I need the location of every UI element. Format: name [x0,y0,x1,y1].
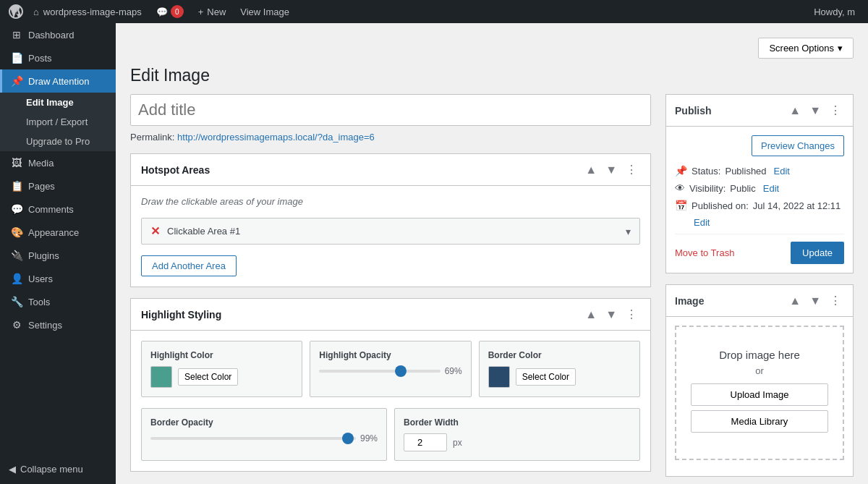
main-column: Permalink: http://wordpressimagemaps.loc… [130,94,651,483]
publish-footer: Move to Trash Update [675,234,844,264]
collapse-menu-btn[interactable]: ◀ Collapse menu [0,458,116,480]
side-column: Publish ▲ ▼ ⋮ Preview Changes 📌 [665,94,854,484]
image-panel-body: Drop image here or Upload Image Media Li… [666,317,853,476]
media-library-button[interactable]: Media Library [691,410,828,433]
border-width-item: Border Width 2 px [394,408,640,461]
edit-status-link[interactable]: Edit [774,166,790,177]
hotspot-title: Hotspot Areas [141,164,582,176]
border-opacity-slider[interactable] [150,437,356,440]
preview-changes-button[interactable]: Preview Changes [752,135,844,156]
adminbar-howdy[interactable]: Howdy, m [807,0,862,23]
area-label: Clickable Area #1 [167,226,626,237]
sidebar-label-draw-attention: Draw Attention [28,76,90,87]
publish-drag[interactable]: ⋮ [827,102,844,119]
image-panel-header: Image ▲ ▼ ⋮ [666,285,853,317]
move-to-trash-link[interactable]: Move to Trash [675,247,734,258]
screen-options-button[interactable]: Screen Options ▾ [758,38,854,59]
border-opacity-label: Border Opacity [150,417,378,428]
sidebar-item-users[interactable]: 👤 Users [0,267,116,290]
publish-action: Preview Changes [675,135,844,156]
highlight-color-control: Select Color [150,366,293,388]
sidebar-item-dashboard[interactable]: ⊞ Dashboard [0,23,116,46]
sidebar-label-tools: Tools [28,297,50,307]
edit-visibility-link[interactable]: Edit [763,183,779,194]
image-drag[interactable]: ⋮ [827,292,844,309]
hotspot-metabox-header[interactable]: Hotspot Areas ▲ ▼ ⋮ [131,154,650,186]
publish-title: Publish [675,105,786,116]
publish-panel-body: Preview Changes 📌 Status: Published Edit… [666,127,853,273]
publish-status-row: 📌 Status: Published Edit [675,165,844,177]
highlight-color-swatch[interactable] [150,366,172,388]
sidebar-item-media[interactable]: 🖼 Media [0,151,116,174]
sidebar-item-tools[interactable]: 🔧 Tools [0,290,116,313]
dashboard-icon: ⊞ [11,29,22,41]
highlight-drag[interactable]: ⋮ [623,306,640,323]
image-drop-zone[interactable]: Drop image here or Upload Image Media Li… [675,326,844,460]
sidebar-item-appearance[interactable]: 🎨 Appearance [0,221,116,244]
hotspot-collapse-up[interactable]: ▲ [582,162,600,178]
highlight-opacity-control: 69% [319,366,461,376]
highlight-styling-grid: Highlight Color Select Color Highlight O… [141,341,640,397]
wp-logo[interactable] [6,1,26,22]
border-width-control: 2 px [404,433,631,451]
tools-icon: 🔧 [11,296,22,307]
published-date: Jul 14, 2022 at 12:11 [753,200,841,211]
publish-collapse-up[interactable]: ▲ [786,102,804,119]
adminbar-comments[interactable]: 💬 0 [149,0,191,23]
sidebar-label-plugins: Plugins [28,250,59,261]
sidebar-label-appearance: Appearance [28,227,79,238]
sidebar-item-draw-attention[interactable]: 📌 Draw Attention [0,69,116,93]
highlight-collapse-up[interactable]: ▲ [582,307,600,323]
add-area-button[interactable]: Add Another Area [141,255,237,276]
comments-count: 0 [171,5,184,18]
highlight-select-color-btn[interactable]: Select Color [178,368,238,386]
submenu-edit-image[interactable]: Edit Image [0,93,116,112]
update-button[interactable]: Update [791,242,844,264]
sidebar-label-comments: Comments [28,204,74,215]
adminbar-view-image[interactable]: View Image [233,0,297,23]
border-opacity-value: 99% [360,433,378,443]
sidebar-item-pages[interactable]: 📋 Pages [0,174,116,198]
permalink-link[interactable]: http://wordpressimagemaps.local/?da_imag… [177,132,375,143]
hotspot-collapse-down[interactable]: ▼ [603,162,620,178]
adminbar-new[interactable]: + New [191,0,234,23]
publish-collapse-down[interactable]: ▼ [807,102,824,119]
screen-options-bar: Screen Options ▾ [130,38,854,59]
border-select-color-btn[interactable]: Select Color [516,368,576,386]
permalink-label: Permalink: [130,132,174,143]
post-title-input[interactable] [130,94,651,126]
hotspot-drag[interactable]: ⋮ [623,161,640,178]
image-collapse-down[interactable]: ▼ [807,292,824,309]
highlight-metabox-header[interactable]: Highlight Styling ▲ ▼ ⋮ [131,299,650,331]
adminbar-site[interactable]: ⌂ wordpress-image-maps [26,0,149,23]
border-color-swatch[interactable] [488,366,510,388]
sidebar-item-settings[interactable]: ⚙ Settings [0,313,116,336]
highlight-controls: ▲ ▼ ⋮ [582,306,640,323]
sidebar-item-posts[interactable]: 📄 Posts [0,46,116,69]
image-collapse-up[interactable]: ▲ [786,292,804,309]
border-width-input[interactable]: 2 [404,433,447,451]
highlight-color-item: Highlight Color Select Color [141,341,302,397]
area-remove-btn[interactable]: ✕ [150,224,160,238]
publish-panel-header: Publish ▲ ▼ ⋮ [666,95,853,127]
submenu-import-export[interactable]: Import / Export [0,112,116,132]
border-color-item: Border Color Select Color [479,341,640,397]
highlight-color-label: Highlight Color [150,350,293,360]
permalink-row: Permalink: http://wordpressimagemaps.loc… [130,132,651,143]
status-label: Status: [692,166,720,177]
published-label: Published on: [692,200,749,211]
sidebar-item-comments[interactable]: 💬 Comments [0,198,116,221]
highlight-title: Highlight Styling [141,309,582,320]
submenu-upgrade[interactable]: Upgrade to Pro [0,132,116,151]
visibility-label: Visibility: [689,183,726,194]
image-panel: Image ▲ ▼ ⋮ Drop image here or Upload Im… [665,284,854,477]
upload-image-button[interactable]: Upload Image [691,383,828,406]
area-expand-btn[interactable]: ▾ [626,226,631,237]
publish-date-row: 📅 Published on: Jul 14, 2022 at 12:11 [675,200,844,211]
edit-date-link[interactable]: Edit [694,217,710,228]
site-name: wordpress-image-maps [43,7,142,17]
calendar-icon: 📅 [675,200,687,211]
highlight-opacity-slider[interactable] [319,370,440,373]
highlight-collapse-down[interactable]: ▼ [603,307,620,323]
sidebar-item-plugins[interactable]: 🔌 Plugins [0,244,116,267]
